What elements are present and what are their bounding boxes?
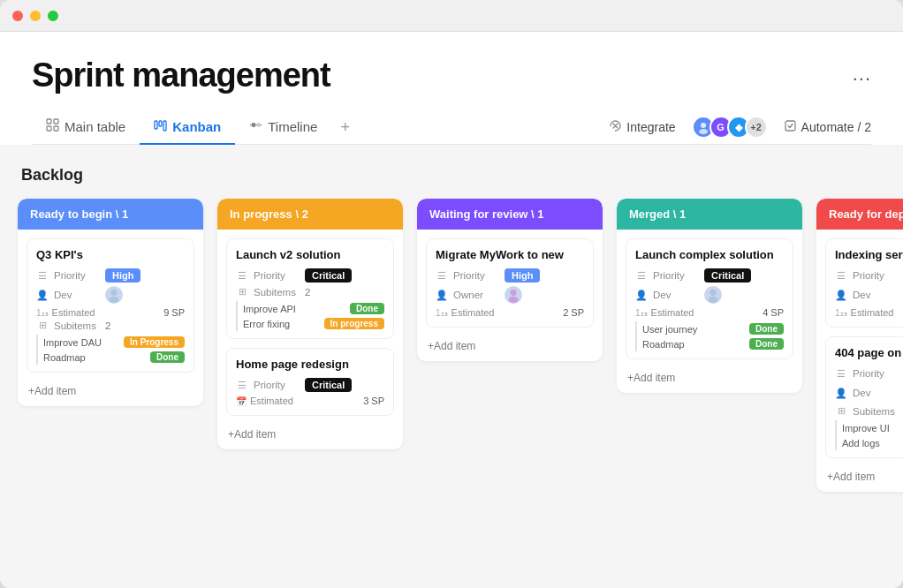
priority-icon: ☰ — [236, 270, 248, 282]
automate-icon — [784, 119, 797, 135]
add-tab-button[interactable]: + — [331, 111, 359, 144]
tab-main-table[interactable]: Main table — [32, 111, 140, 145]
avatar-group[interactable]: G ◆ +2 — [692, 112, 768, 142]
priority-icon: ☰ — [835, 368, 847, 380]
card-row-priority: ☰ Priority Critical — [236, 378, 384, 392]
dev-icon: 👤 — [36, 290, 49, 301]
priority-icon: ☰ — [436, 270, 448, 282]
app-window: Sprint management ··· Ma — [0, 0, 903, 588]
dev-icon: 👤 — [835, 290, 847, 301]
card-launch-complex: Launch complex solution ☰ Priority Criti… — [626, 238, 793, 359]
svg-rect-1 — [54, 119, 58, 124]
svg-point-11 — [699, 129, 708, 134]
subitem-row: Roadmap Done — [43, 350, 185, 365]
card-row-dev: 👤 Dev — [635, 286, 784, 304]
integrate-button[interactable]: Integrate — [609, 116, 675, 139]
automate-button[interactable]: Automate / 2 — [784, 116, 871, 139]
card-row-owner: 👤 Owner — [436, 286, 584, 304]
column-header-ready-to-begin: Ready to begin \ 1 — [18, 199, 203, 230]
tab-main-table-label: Main table — [64, 119, 125, 134]
owner-icon: 👤 — [436, 290, 448, 301]
dev-icon: 👤 — [835, 388, 847, 399]
column-body-ready-to-begin: Q3 KPI's ☰ Priority High 👤 Dev — [18, 230, 203, 406]
svg-rect-8 — [252, 123, 255, 127]
card-row-priority: ☰ Priority Critical — [635, 268, 784, 283]
collaborator-avatars: G ◆ +2 — [692, 116, 768, 139]
column-body-waiting-review: Migrate MyWork to new ☰ Priority High 👤 … — [417, 230, 603, 361]
priority-badge: High — [105, 268, 140, 283]
priority-badge: Critical — [305, 378, 352, 392]
board-area: Backlog Ready to begin \ 1 Q3 KPI's ☰ Pr… — [0, 145, 903, 588]
svg-point-17 — [710, 290, 716, 296]
card-indexing-logs: Indexing server logs ☰ Priority Critical… — [825, 238, 903, 328]
estimated-row: 1₂₃ Estimated 9 SP — [36, 307, 185, 318]
subitems-icon: ⊞ — [835, 405, 847, 417]
priority-icon: ☰ — [835, 270, 847, 282]
card-row-subitems: ⊞ Subitems 2 — [236, 286, 384, 298]
svg-rect-9 — [257, 123, 260, 127]
dev-avatar — [105, 286, 123, 304]
maximize-dot[interactable] — [48, 11, 58, 21]
backlog-label: Backlog — [18, 166, 885, 185]
svg-point-13 — [110, 290, 117, 296]
add-item-button-col3[interactable]: +Add item — [426, 336, 594, 356]
tab-timeline[interactable]: Timeline — [235, 111, 331, 145]
tab-kanban[interactable]: Kanban — [140, 111, 235, 145]
card-home-redesign: Home page redesign ☰ Priority Critical 📅… — [226, 348, 394, 416]
card-404-bug: 404 page on blog bug ☰ Priority Low 👤 De… — [825, 336, 903, 458]
svg-rect-4 — [155, 121, 157, 129]
subitems-list: Improve DAU In Progress Roadmap Done — [36, 335, 185, 365]
avatar-count: +2 — [745, 116, 768, 139]
estimated-row: 📅 Estimated 3 SP — [236, 396, 384, 406]
column-ready-deploy: Ready for deploy \ 2 Indexing server log… — [816, 199, 903, 492]
card-q3-kpis: Q3 KPI's ☰ Priority High 👤 Dev — [27, 238, 194, 373]
subitems-list: Improve API Done Error fixing In progres… — [236, 301, 384, 331]
column-waiting-review: Waiting for review \ 1 Migrate MyWork to… — [417, 199, 603, 361]
add-item-button-col2[interactable]: +Add item — [226, 425, 394, 444]
subitem-row: User journey Done — [642, 321, 784, 336]
dev-icon: 👤 — [635, 290, 648, 301]
main-content: Sprint management ··· Ma — [0, 32, 903, 588]
column-header-merged: Merged \ 1 — [617, 199, 802, 230]
card-migrate-mywork: Migrate MyWork to new ☰ Priority High 👤 … — [426, 238, 594, 328]
card-row-priority: ☰ Priority Critical — [835, 268, 903, 283]
titlebar — [0, 0, 903, 32]
subitem-row: Improve DAU In Progress — [43, 335, 185, 350]
subitems-icon: ⊞ — [36, 320, 49, 331]
tab-kanban-label: Kanban — [172, 119, 221, 134]
subitem-row: Roadmap Done — [642, 336, 784, 351]
priority-badge: Critical — [704, 268, 751, 283]
add-item-button-col5[interactable]: +Add item — [825, 467, 903, 486]
card-row-priority: ☰ Priority Low — [835, 366, 903, 381]
svg-rect-6 — [163, 121, 166, 131]
subitem-row: Improve API Done — [243, 301, 384, 316]
card-row-priority: ☰ Priority Critical — [236, 268, 384, 283]
priority-icon: ☰ — [36, 270, 49, 282]
subitems-icon: ⊞ — [236, 286, 248, 298]
timeline-icon — [249, 118, 262, 134]
subitems-list: User journey Done Roadmap Done — [635, 321, 784, 351]
close-dot[interactable] — [12, 11, 23, 21]
svg-point-16 — [509, 297, 519, 303]
add-item-button-col1[interactable]: +Add item — [27, 381, 194, 401]
dev-avatar — [704, 286, 722, 304]
add-item-button-col4[interactable]: +Add item — [626, 368, 793, 388]
svg-rect-0 — [47, 119, 51, 124]
subitem-row: Add logs Done — [842, 435, 903, 450]
card-row-dev: 👤 Dev — [835, 384, 903, 402]
estimated-row: 1₂₃ Estimated 2 SP — [436, 307, 584, 318]
svg-point-10 — [701, 123, 706, 128]
card-launch-v2: Launch v2 solution ☰ Priority Critical ⊞… — [226, 238, 394, 339]
owner-avatar — [505, 286, 522, 304]
integrate-label: Integrate — [626, 120, 675, 134]
minimize-dot[interactable] — [30, 11, 41, 21]
svg-rect-3 — [54, 126, 58, 131]
more-options-button[interactable]: ··· — [853, 67, 871, 90]
svg-point-15 — [510, 290, 516, 296]
subitem-row: Improve UI Done — [842, 420, 903, 435]
tab-timeline-label: Timeline — [268, 119, 317, 134]
column-in-progress: In progress \ 2 Launch v2 solution ☰ Pri… — [217, 199, 403, 449]
kanban-columns: Ready to begin \ 1 Q3 KPI's ☰ Priority H… — [18, 199, 903, 492]
top-row: Main table Kanban — [32, 110, 871, 145]
svg-point-18 — [709, 297, 718, 303]
